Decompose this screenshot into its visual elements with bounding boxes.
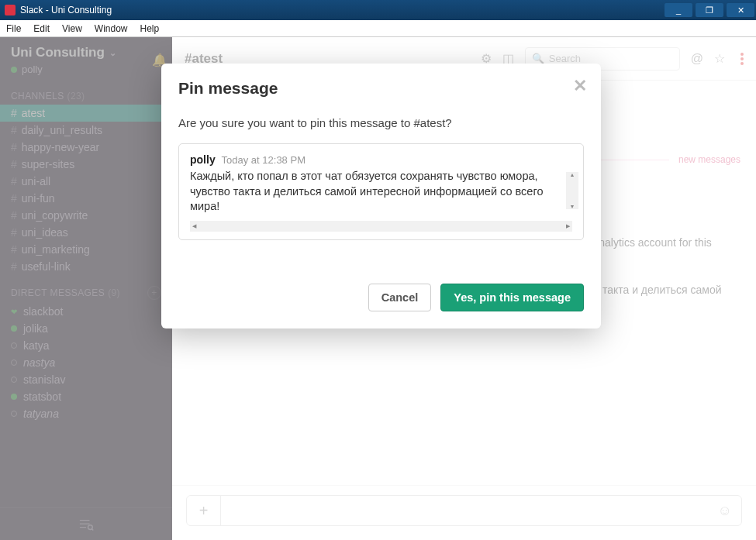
confirm-pin-button[interactable]: Yes, pin this message [440,284,584,311]
window-maximize-button[interactable]: ❐ [696,3,723,17]
preview-horizontal-scrollbar[interactable]: ◀▶ [190,221,572,232]
window-minimize-button[interactable]: _ [665,3,692,17]
preview-text: Каждый, кто попал в этот чат обязуется с… [190,169,562,215]
menu-window[interactable]: Window [88,23,134,34]
window-titlebar: Slack - Uni Consulting _ ❐ ✕ [0,0,756,20]
window-close-button[interactable]: ✕ [727,3,754,17]
menu-help[interactable]: Help [134,23,166,34]
window-title: Slack - Uni Consulting [20,5,112,15]
menu-edit[interactable]: Edit [27,23,56,34]
modal-title: Pin message [178,79,584,98]
preview-user: polly [190,153,216,166]
app-icon [5,5,16,15]
modal-message-preview: polly Today at 12:38 PM Каждый, кто попа… [178,143,584,240]
pin-message-modal: Pin message ✕ Are you sure you want to p… [161,64,601,328]
menu-bar: File Edit View Window Help [0,20,756,37]
modal-close-button[interactable]: ✕ [573,76,587,96]
cancel-button[interactable]: Cancel [368,284,432,311]
preview-time: Today at 12:38 PM [222,154,306,166]
menu-file[interactable]: File [0,23,27,34]
menu-view[interactable]: View [56,23,88,34]
modal-question: Are you sure you want to pin this messag… [178,116,584,129]
sidebar-dim [0,37,172,540]
preview-vertical-scrollbar[interactable]: ▲▼ [566,172,578,209]
